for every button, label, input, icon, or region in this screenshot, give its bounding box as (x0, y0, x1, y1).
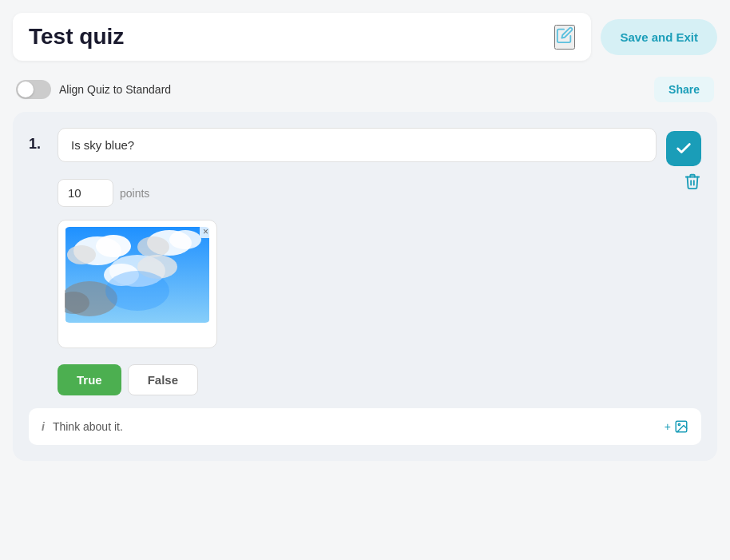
toggle-knob (18, 81, 34, 97)
image-icon (674, 419, 688, 434)
add-image-button[interactable]: + (665, 419, 688, 434)
true-button[interactable]: True (58, 364, 121, 395)
share-button[interactable]: Share (654, 77, 714, 102)
toolbar-left: Align Quiz to Standard (16, 80, 171, 99)
header: Test quiz Save and Exit (13, 13, 717, 61)
svg-point-6 (137, 236, 169, 257)
check-button[interactable] (666, 131, 701, 166)
info-icon: i (42, 420, 45, 433)
quiz-title: Test quiz (29, 24, 124, 50)
image-container: × (58, 220, 217, 348)
svg-point-14 (678, 423, 680, 425)
svg-point-3 (67, 245, 96, 264)
svg-point-5 (169, 230, 201, 249)
delete-button[interactable] (684, 173, 701, 193)
false-button[interactable]: False (128, 364, 198, 395)
question-card: 1. points × (13, 112, 717, 461)
question-input[interactable] (58, 128, 657, 162)
true-false-row: True False (58, 364, 701, 395)
image-close-button[interactable]: × (200, 225, 212, 238)
add-image-plus: + (665, 420, 671, 433)
question-row: 1. (29, 128, 701, 166)
points-label: points (120, 187, 149, 200)
align-toggle[interactable] (16, 80, 51, 99)
info-row: i + (29, 408, 701, 445)
hint-input[interactable] (53, 420, 657, 433)
points-input[interactable] (58, 179, 113, 207)
toolbar: Align Quiz to Standard Share (13, 77, 717, 102)
sky-image (65, 227, 210, 323)
svg-point-12 (105, 271, 169, 311)
image-caption-input[interactable] (65, 323, 210, 341)
svg-point-2 (96, 235, 131, 257)
align-label: Align Quiz to Standard (59, 83, 171, 96)
edit-title-button[interactable] (554, 25, 575, 50)
title-box: Test quiz (13, 13, 591, 61)
question-number: 1. (29, 128, 48, 153)
save-exit-button[interactable]: Save and Exit (601, 19, 717, 55)
points-row: points (58, 179, 701, 207)
